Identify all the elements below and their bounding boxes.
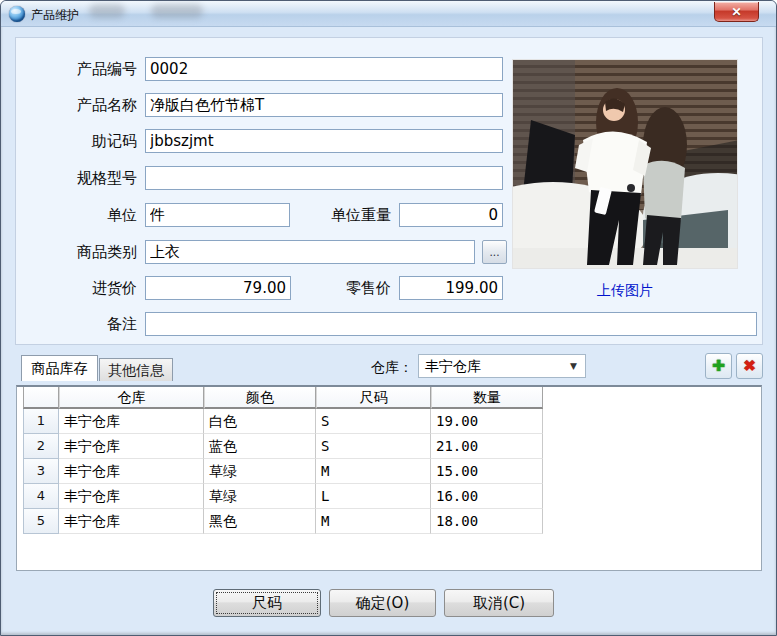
titlebar-glass-reflection [89,4,125,18]
table-row[interactable]: 2 丰宁仓库 蓝色 S 21.00 [23,434,761,459]
plus-icon: ✚ [712,357,725,374]
cell-size: L [316,484,431,509]
product-name-label: 产品名称 [17,93,137,117]
cell-qty: 15.00 [431,459,543,484]
ok-button[interactable]: 确定(O) [329,589,436,617]
product-name-input[interactable] [145,93,503,117]
cancel-button[interactable]: 取消(C) [444,589,554,617]
close-button[interactable]: ✕ [714,2,759,22]
row-number: 1 [23,409,59,434]
cell-size: S [316,434,431,459]
table-header-row: 仓库 颜色 尺码 数量 [23,387,761,409]
cell-color: 草绿 [204,484,316,509]
row-number: 5 [23,509,59,534]
header-rownum[interactable] [23,387,59,409]
spec-model-input[interactable] [145,166,503,190]
retail-price-label: 零售价 [247,276,391,300]
category-input[interactable] [145,240,475,264]
cell-warehouse: 丰宁仓库 [59,434,204,459]
row-number: 2 [23,434,59,459]
header-warehouse[interactable]: 仓库 [59,387,204,409]
cell-warehouse: 丰宁仓库 [59,509,204,534]
cell-size: S [316,409,431,434]
warehouse-label: 仓库： [357,359,413,377]
upload-image-link[interactable]: 上传图片 [512,282,738,300]
purchase-price-label: 进货价 [17,276,137,300]
warehouse-select[interactable]: 丰宁仓库 ▼ [418,354,586,378]
row-number: 3 [23,459,59,484]
warehouse-selected-value: 丰宁仓库 [425,358,481,376]
mnemonic-input[interactable] [145,129,503,153]
tab-stock[interactable]: 商品库存 [21,355,98,381]
cell-color: 黑色 [204,509,316,534]
window-title: 产品维护 [31,7,79,24]
titlebar[interactable]: 产品维护 ✕ [1,1,776,27]
unit-weight-label: 单位重量 [247,203,391,227]
retail-price-input[interactable] [399,276,503,300]
app-globe-icon [9,6,25,22]
product-photo [512,59,738,269]
product-maintenance-window: 产品维护 ✕ 产品编号 产品名称 助记码 规格型号 单位 单位重量 商品类别 .… [0,0,777,636]
cell-size: M [316,509,431,534]
cell-qty: 19.00 [431,409,543,434]
mnemonic-label: 助记码 [17,129,137,153]
add-row-button[interactable]: ✚ [705,353,732,379]
header-qty[interactable]: 数量 [431,387,543,409]
delete-x-icon: ✖ [743,357,756,374]
delete-row-button[interactable]: ✖ [736,353,763,379]
remark-label: 备注 [17,312,137,336]
cell-warehouse: 丰宁仓库 [59,459,204,484]
table-row[interactable]: 3 丰宁仓库 草绿 M 15.00 [23,459,761,484]
titlebar-glass-reflection [151,4,203,18]
table-row[interactable]: 1 丰宁仓库 白色 S 19.00 [23,409,761,434]
remark-input[interactable] [145,312,757,336]
table-row[interactable]: 4 丰宁仓库 草绿 L 16.00 [23,484,761,509]
cell-warehouse: 丰宁仓库 [59,484,204,509]
unit-weight-input[interactable] [399,203,503,227]
spec-model-label: 规格型号 [17,166,137,190]
cell-qty: 21.00 [431,434,543,459]
tab-other-info[interactable]: 其他信息 [99,358,173,381]
cell-color: 草绿 [204,459,316,484]
product-code-input[interactable] [145,57,503,81]
product-code-label: 产品编号 [17,57,137,81]
cell-size: M [316,459,431,484]
stock-table: 仓库 颜色 尺码 数量 1 丰宁仓库 白色 S 19.00 2 丰宁仓库 蓝色 … [16,385,762,571]
category-label: 商品类别 [17,240,137,264]
row-number: 4 [23,484,59,509]
chevron-down-icon: ▼ [570,361,577,371]
size-button[interactable]: 尺码 [213,589,321,617]
cell-warehouse: 丰宁仓库 [59,409,204,434]
header-size[interactable]: 尺码 [316,387,431,409]
close-icon: ✕ [731,5,741,19]
table-row[interactable]: 5 丰宁仓库 黑色 M 18.00 [23,509,761,534]
category-browse-button[interactable]: ... [482,240,507,264]
cell-color: 白色 [204,409,316,434]
header-color[interactable]: 颜色 [204,387,316,409]
cell-qty: 16.00 [431,484,543,509]
unit-label: 单位 [17,203,137,227]
cell-color: 蓝色 [204,434,316,459]
cell-qty: 18.00 [431,509,543,534]
